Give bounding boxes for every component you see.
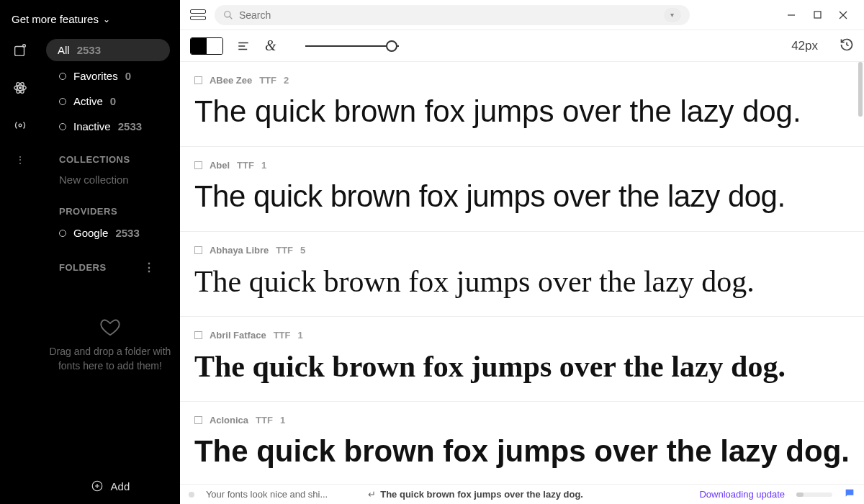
font-row[interactable]: ABee ZeeTTF2The quick brown fox jumps ov… — [180, 62, 864, 147]
bullet-icon — [59, 230, 66, 237]
all-label: All — [58, 44, 70, 56]
font-styles-count: 5 — [300, 245, 305, 256]
checkbox-icon[interactable] — [194, 246, 202, 254]
providers-header: PROVIDERS — [46, 189, 170, 222]
slider-thumb[interactable] — [386, 40, 397, 52]
add-label: Add — [111, 480, 130, 492]
svg-point-6 — [19, 124, 22, 127]
search-input[interactable] — [239, 9, 658, 21]
sidebar-item-inactive[interactable]: Inactive 2533 — [46, 116, 170, 137]
more-icon[interactable]: ⋮ — [12, 154, 29, 166]
folders-header: FOLDERS ⋮ — [46, 243, 170, 280]
font-format: TTF — [237, 160, 254, 171]
favorites-label: Favorites — [73, 70, 118, 82]
svg-rect-0 — [15, 47, 24, 56]
font-styles-count: 2 — [284, 75, 289, 86]
checkbox-icon[interactable] — [194, 416, 202, 424]
svg-point-8 — [225, 11, 230, 17]
font-name: ABee Zee — [210, 75, 252, 86]
font-sample[interactable]: The quick brown fox jumps over the lazy … — [194, 94, 850, 129]
font-format: TTF — [276, 245, 293, 256]
size-slider[interactable] — [305, 39, 413, 53]
font-list[interactable]: ABee ZeeTTF2The quick brown fox jumps ov… — [180, 62, 864, 484]
new-collection-button[interactable]: New collection — [46, 171, 170, 189]
font-format: TTF — [259, 75, 276, 86]
drop-hint-text: Drag and drop a folder with fonts here t… — [49, 345, 171, 373]
sidebar-item-favorites[interactable]: Favorites 0 — [46, 66, 170, 86]
status-left-text: Your fonts look nice and shi... — [206, 489, 328, 500]
font-name: Aclonica — [210, 415, 248, 426]
font-sample[interactable]: The quick brown fox jumps over the lazy … — [194, 179, 850, 214]
checkbox-icon[interactable] — [194, 76, 202, 84]
history-icon[interactable] — [840, 37, 854, 55]
provider-google-count: 2533 — [115, 227, 139, 239]
font-sample[interactable]: The quick brown fox jumps over the lazy … — [194, 349, 850, 384]
sidebar-item-active[interactable]: Active 0 — [46, 91, 170, 112]
update-progress-bar — [796, 492, 832, 497]
checkbox-icon[interactable] — [194, 331, 202, 339]
active-label: Active — [73, 95, 103, 107]
plus-circle-icon — [91, 480, 104, 492]
svg-point-1 — [23, 45, 26, 48]
maximize-button[interactable] — [811, 9, 824, 22]
font-format: TTF — [274, 330, 291, 341]
atom-icon[interactable] — [12, 79, 29, 96]
folder-drop-zone[interactable]: Drag and drop a folder with fonts here t… — [40, 280, 180, 468]
broadcast-icon[interactable] — [12, 117, 29, 134]
font-styles-count: 1 — [261, 160, 266, 171]
collections-header: COLLECTIONS — [46, 137, 170, 171]
font-styles-count: 1 — [280, 415, 285, 426]
minimize-button[interactable] — [785, 9, 798, 22]
search-icon — [223, 10, 233, 20]
font-row[interactable]: Abhaya LibreTTF5The quick brown fox jump… — [180, 232, 864, 317]
font-format: TTF — [256, 415, 273, 426]
all-count: 2533 — [77, 44, 101, 56]
get-more-features-link[interactable]: Get more features ⌄ — [12, 13, 110, 25]
font-sample[interactable]: The quick brown fox jumps over the lazy … — [194, 264, 850, 299]
favorites-count: 0 — [125, 70, 131, 82]
font-styles-count: 1 — [297, 330, 302, 341]
status-dot-icon — [189, 492, 194, 498]
search-field[interactable]: ▾ — [215, 5, 690, 25]
font-sample[interactable]: The quick brown fox jumps over the lazy … — [194, 434, 850, 469]
bullet-icon — [59, 98, 66, 105]
return-icon: ↵ — [368, 489, 376, 500]
folders-more-icon[interactable]: ⋮ — [143, 261, 156, 274]
sidebar-item-google[interactable]: Google 2533 — [46, 222, 170, 243]
font-name: Abhaya Libre — [210, 245, 269, 256]
get-more-features-label: Get more features — [12, 13, 99, 25]
font-name: Abel — [210, 160, 230, 171]
color-mode-toggle[interactable] — [190, 37, 223, 55]
close-button[interactable] — [837, 9, 850, 22]
font-row[interactable]: Abril FatfaceTTF1The quick brown fox jum… — [180, 317, 864, 402]
align-left-icon[interactable] — [236, 39, 251, 53]
checkbox-icon[interactable] — [194, 161, 202, 169]
heart-icon — [99, 316, 121, 338]
font-name: Abril Fatface — [210, 330, 266, 341]
scrollbar[interactable] — [858, 62, 863, 117]
bullet-icon — [59, 73, 66, 80]
chat-icon[interactable] — [844, 487, 855, 501]
fonts-tab-icon[interactable] — [12, 42, 29, 59]
svg-rect-9 — [814, 12, 821, 18]
inactive-count: 2533 — [118, 120, 142, 132]
font-row[interactable]: AbelTTF1The quick brown fox jumps over t… — [180, 147, 864, 232]
add-button[interactable]: Add — [40, 468, 180, 504]
size-value: 42px — [791, 39, 818, 53]
sidebar-item-all[interactable]: All 2533 — [46, 39, 170, 61]
inactive-label: Inactive — [73, 120, 111, 132]
font-row[interactable]: AclonicaTTF1The quick brown fox jumps ov… — [180, 402, 864, 484]
status-preview-text: The quick brown fox jumps over the lazy … — [380, 489, 583, 500]
svg-point-5 — [19, 87, 22, 89]
active-count: 0 — [110, 95, 116, 107]
provider-google-label: Google — [73, 227, 108, 239]
search-filter-dropdown[interactable]: ▾ — [664, 8, 681, 22]
chevron-down-icon: ⌄ — [103, 14, 110, 24]
downloading-update-label: Downloading update — [699, 489, 785, 500]
ligatures-icon[interactable]: & — [264, 39, 278, 53]
view-mode-icon[interactable] — [190, 9, 206, 20]
bullet-icon — [59, 123, 66, 130]
